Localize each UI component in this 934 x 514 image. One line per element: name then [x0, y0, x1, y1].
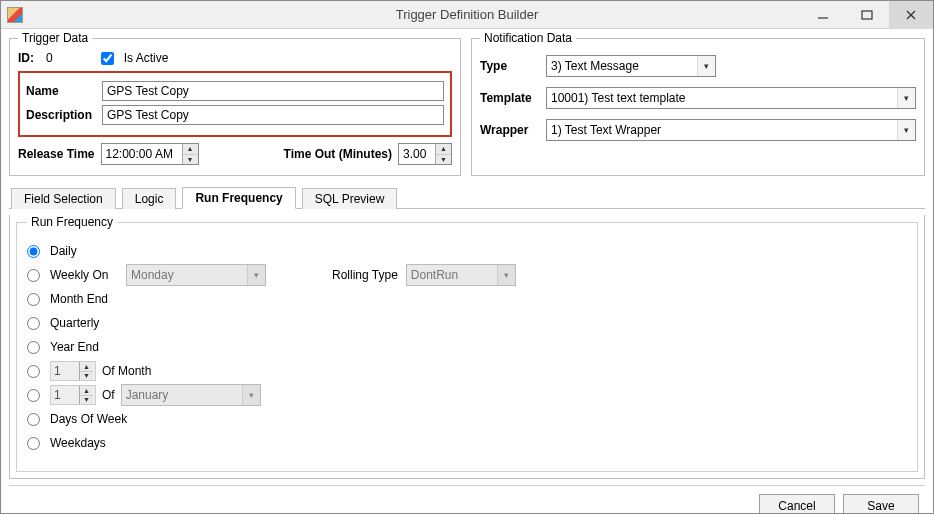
client-area: Trigger Data ID: 0 Is Active Name Descri…	[1, 29, 933, 514]
description-label: Description	[26, 108, 102, 122]
tab-logic[interactable]: Logic	[122, 188, 177, 209]
bottom-bar: Cancel Save	[9, 494, 925, 514]
wrapper-value: 1) Test Text Wrapper	[551, 123, 897, 137]
spin-down-icon[interactable]: ▼	[80, 372, 93, 381]
release-time-input[interactable]	[102, 144, 182, 164]
is-active-label: Is Active	[124, 51, 169, 65]
trigger-data-group: Trigger Data ID: 0 Is Active Name Descri…	[9, 31, 461, 176]
label-weekdays: Weekdays	[50, 436, 106, 450]
notification-data-legend: Notification Data	[480, 31, 576, 45]
wrapper-label: Wrapper	[480, 123, 546, 137]
radio-weekly-on[interactable]	[27, 269, 40, 282]
rolling-type-label: Rolling Type	[332, 268, 398, 282]
rolling-type-value: DontRun	[411, 268, 497, 282]
spin-down-icon[interactable]: ▼	[183, 155, 198, 165]
app-icon	[7, 7, 23, 23]
tab-run-frequency[interactable]: Run Frequency	[182, 187, 295, 209]
release-time-label: Release Time	[18, 147, 95, 161]
template-value: 10001) Test text template	[551, 91, 897, 105]
label-month-end: Month End	[50, 292, 108, 306]
radio-of-monthname[interactable]	[27, 389, 40, 402]
save-button[interactable]: Save	[843, 494, 919, 514]
chevron-down-icon: ▾	[242, 385, 260, 405]
description-input[interactable]	[102, 105, 444, 125]
titlebar: Trigger Definition Builder	[1, 1, 933, 29]
tabs: Field Selection Logic Run Frequency SQL …	[9, 186, 925, 479]
timeout-spinner[interactable]: ▲ ▼	[398, 143, 452, 165]
label-of-month: Of Month	[102, 364, 151, 378]
label-weekly-on: Weekly On	[50, 268, 120, 282]
tab-sql-preview[interactable]: SQL Preview	[302, 188, 398, 209]
spin-up-icon[interactable]: ▲	[183, 144, 198, 155]
of-month-value[interactable]	[51, 362, 79, 380]
of-monthname-spinner[interactable]: ▲ ▼	[50, 385, 96, 405]
chevron-down-icon: ▾	[897, 120, 915, 140]
weekly-on-combo[interactable]: Monday ▾	[126, 264, 266, 286]
close-button[interactable]	[889, 1, 933, 29]
name-label: Name	[26, 84, 102, 98]
cancel-button[interactable]: Cancel	[759, 494, 835, 514]
spin-up-icon[interactable]: ▲	[80, 386, 93, 396]
chevron-down-icon: ▾	[697, 56, 715, 76]
id-value: 0	[46, 51, 53, 65]
timeout-input[interactable]	[399, 144, 435, 164]
of-month-spinner[interactable]: ▲ ▼	[50, 361, 96, 381]
radio-daily[interactable]	[27, 245, 40, 258]
type-value: 3) Text Message	[551, 59, 697, 73]
id-label: ID:	[18, 51, 34, 65]
radio-year-end[interactable]	[27, 341, 40, 354]
release-time-spinner[interactable]: ▲ ▼	[101, 143, 199, 165]
radio-days-of-week[interactable]	[27, 413, 40, 426]
divider	[9, 485, 925, 486]
spin-down-icon[interactable]: ▼	[80, 396, 93, 405]
trigger-data-legend: Trigger Data	[18, 31, 92, 45]
tabstrip: Field Selection Logic Run Frequency SQL …	[9, 186, 925, 209]
label-daily: Daily	[50, 244, 77, 258]
run-frequency-group: Run Frequency Daily Weekly On Monday ▾ R…	[16, 215, 918, 472]
maximize-button[interactable]	[845, 1, 889, 29]
radio-of-month[interactable]	[27, 365, 40, 378]
is-active-checkbox[interactable]	[101, 52, 114, 65]
spin-up-icon[interactable]: ▲	[80, 362, 93, 372]
window-controls	[801, 1, 933, 29]
notification-data-group: Notification Data Type 3) Text Message ▾…	[471, 31, 925, 176]
template-label: Template	[480, 91, 546, 105]
label-quarterly: Quarterly	[50, 316, 99, 330]
type-combo[interactable]: 3) Text Message ▾	[546, 55, 716, 77]
type-label: Type	[480, 59, 546, 73]
highlighted-fields: Name Description	[18, 71, 452, 137]
weekly-on-value: Monday	[131, 268, 247, 282]
of-monthname-combo[interactable]: January ▾	[121, 384, 261, 406]
svg-rect-1	[862, 11, 872, 19]
chevron-down-icon: ▾	[897, 88, 915, 108]
spin-down-icon[interactable]: ▼	[436, 155, 451, 165]
window-title: Trigger Definition Builder	[1, 7, 933, 22]
spin-up-icon[interactable]: ▲	[436, 144, 451, 155]
chevron-down-icon: ▾	[497, 265, 515, 285]
chevron-down-icon: ▾	[247, 265, 265, 285]
minimize-button[interactable]	[801, 1, 845, 29]
tab-field-selection[interactable]: Field Selection	[11, 188, 116, 209]
label-of: Of	[102, 388, 115, 402]
label-days-of-week: Days Of Week	[50, 412, 127, 426]
tab-panel-run-frequency: Run Frequency Daily Weekly On Monday ▾ R…	[9, 215, 925, 479]
wrapper-combo[interactable]: 1) Test Text Wrapper ▾	[546, 119, 916, 141]
template-combo[interactable]: 10001) Test text template ▾	[546, 87, 916, 109]
radio-weekdays[interactable]	[27, 437, 40, 450]
radio-quarterly[interactable]	[27, 317, 40, 330]
name-input[interactable]	[102, 81, 444, 101]
timeout-label: Time Out (Minutes)	[284, 147, 392, 161]
label-year-end: Year End	[50, 340, 99, 354]
run-frequency-legend: Run Frequency	[27, 215, 117, 229]
of-monthname-name: January	[126, 388, 242, 402]
of-monthname-value[interactable]	[51, 386, 79, 404]
radio-month-end[interactable]	[27, 293, 40, 306]
rolling-type-combo[interactable]: DontRun ▾	[406, 264, 516, 286]
